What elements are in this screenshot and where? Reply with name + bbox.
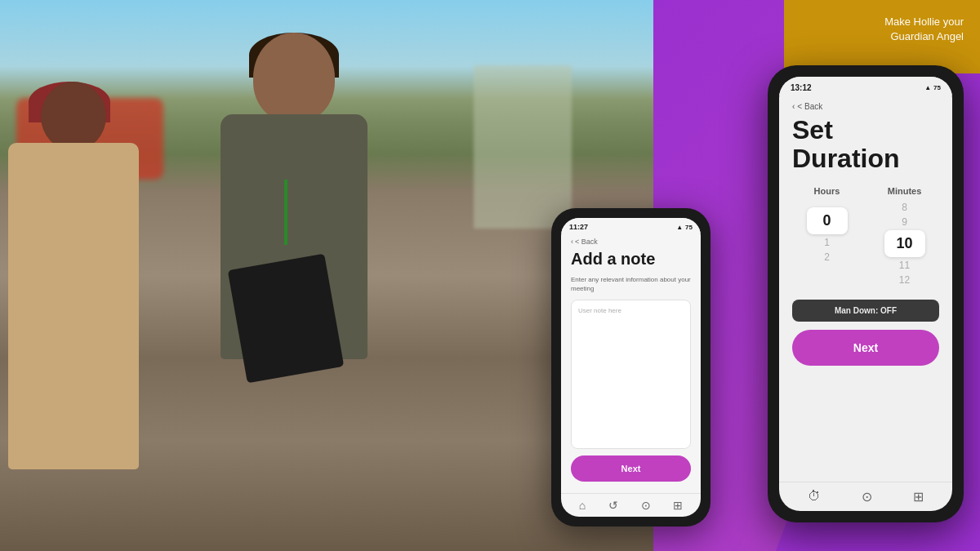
man-lanyard <box>284 180 287 245</box>
title-line2: Duration <box>792 144 939 173</box>
phone2-status-bar: 13:12 ▲ 75 <box>779 77 952 96</box>
man-head <box>253 33 335 122</box>
note-textarea[interactable]: User note here <box>571 300 691 449</box>
man-clipboard <box>228 254 344 384</box>
expand-icon-2[interactable]: ⊞ <box>913 489 924 504</box>
textarea-placeholder: User note here <box>578 307 621 314</box>
phone1-back-link[interactable]: ‹ < Back <box>571 238 691 246</box>
phone2-nav-bar: ⏱ ⊙ ⊞ <box>779 482 952 511</box>
phone1-description: Enter any relevant information about you… <box>571 275 691 293</box>
hours-column: Hours 0 1 2 <box>792 186 862 287</box>
phone2-back-link[interactable]: ‹ < Back <box>792 102 939 111</box>
minutes-item-above2: 8 <box>902 201 907 214</box>
home-icon[interactable]: ⌂ <box>579 499 586 512</box>
location-icon[interactable]: ⊙ <box>641 499 651 512</box>
hours-selected: 0 <box>807 207 848 234</box>
woman-head <box>41 82 106 151</box>
back-label: < Back <box>575 238 598 246</box>
phone1-content: ‹ < Back Add a note Enter any relevant i… <box>561 233 701 493</box>
location-icon-2[interactable]: ⊙ <box>862 489 872 504</box>
phone-1-screen: 11:27 ▲ 75 ‹ < Back Add a note Enter any… <box>561 218 701 517</box>
minutes-scroll[interactable]: 8 9 10 11 12 <box>884 201 925 287</box>
phone2-content: ‹ < Back Set Duration Hours 0 1 2 <box>779 96 952 482</box>
tagline-line2: Guardian Angel <box>884 29 964 44</box>
minutes-item-above1: 9 <box>902 216 907 229</box>
phone1-next-button[interactable]: Next <box>571 455 691 482</box>
minutes-column: Minutes 8 9 10 11 12 <box>870 186 939 287</box>
hours-scroll[interactable]: 0 1 2 <box>807 201 848 264</box>
delivery-man-figure <box>188 33 416 539</box>
wifi-icon: ▲ <box>676 224 683 231</box>
minutes-item-below1: 11 <box>899 259 910 272</box>
phone1-status-icons: ▲ 75 <box>676 224 693 231</box>
tagline-text: Make Hollie your Guardian Angel <box>884 15 964 44</box>
phone2-time: 13:12 <box>791 83 812 92</box>
battery-icon: 75 <box>685 224 693 231</box>
phone1-status-bar: 11:27 ▲ 75 <box>561 218 701 233</box>
man-down-badge[interactable]: Man Down: OFF <box>792 300 939 322</box>
phone2-next-button[interactable]: Next <box>792 330 939 366</box>
history-icon[interactable]: ↺ <box>608 499 618 512</box>
woman-body <box>8 143 139 469</box>
phone2-title: Set Duration <box>792 116 939 173</box>
phone1-nav-bar: ⌂ ↺ ⊙ ⊞ <box>561 493 701 517</box>
title-line1: Set <box>792 116 939 144</box>
expand-icon[interactable]: ⊞ <box>673 499 683 512</box>
hours-item-below1: 1 <box>824 236 830 249</box>
phone-2-screen: 13:12 ▲ 75 ‹ < Back Set Duration Hours <box>779 77 952 511</box>
tagline-line1: Make Hollie your <box>884 15 964 29</box>
back-chevron-icon-2: ‹ <box>792 102 795 111</box>
minutes-item-below2: 12 <box>899 273 910 287</box>
minutes-label: Minutes <box>888 186 922 196</box>
duration-picker: Hours 0 1 2 Minutes 8 9 10 11 <box>792 186 939 287</box>
bg-building <box>474 65 572 229</box>
minutes-selected: 10 <box>884 230 925 257</box>
phone2-status-icons: ▲ 75 <box>924 84 941 91</box>
hours-label: Hours <box>814 186 840 196</box>
hours-item-below2: 2 <box>824 251 830 264</box>
phone-2-mockup: 13:12 ▲ 75 ‹ < Back Set Duration Hours <box>768 65 964 522</box>
phone1-title: Add a note <box>571 249 691 269</box>
battery-icon-2: 75 <box>933 84 941 91</box>
back-label-2: < Back <box>797 102 822 111</box>
phone1-time: 11:27 <box>569 223 588 231</box>
woman-figure <box>0 82 163 551</box>
wifi-icon-2: ▲ <box>924 84 931 91</box>
timer-icon[interactable]: ⏱ <box>808 489 821 504</box>
back-chevron-icon: ‹ <box>571 238 573 246</box>
phone-1-mockup: 11:27 ▲ 75 ‹ < Back Add a note Enter any… <box>551 208 710 527</box>
